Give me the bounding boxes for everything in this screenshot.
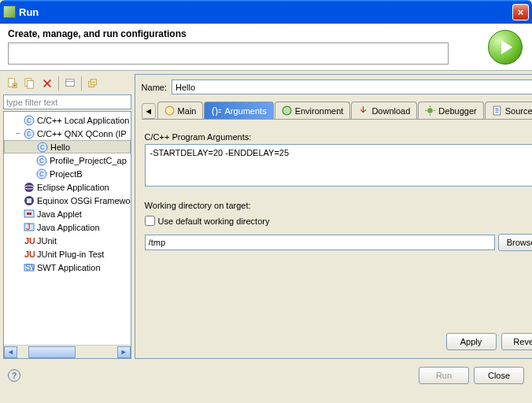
- svg-text:c: c: [40, 142, 45, 151]
- source-tab-icon: [492, 105, 502, 116]
- scroll-left-button[interactable]: ◄: [4, 346, 17, 358]
- browse-button[interactable]: Browse...: [498, 234, 532, 251]
- tab-download[interactable]: Download: [351, 102, 417, 119]
- tab-debugger[interactable]: Debugger: [418, 102, 483, 119]
- tree-item[interactable]: Java Applet: [4, 207, 131, 220]
- tree-item-label: Equinox OSGi Framewo: [37, 196, 131, 205]
- svg-text:c: c: [39, 168, 44, 178]
- svg-text:JU: JU: [24, 236, 35, 246]
- svg-text:c: c: [27, 128, 31, 138]
- arguments-tab-icon: ()=: [211, 105, 221, 116]
- tab-arguments[interactable]: ()=Arguments: [204, 102, 273, 119]
- download-tab-icon: [358, 105, 368, 116]
- config-type-icon: SWT: [23, 261, 35, 273]
- dialog-footer: ? Run Close: [0, 362, 532, 389]
- tree-item[interactable]: −cC/C++ QNX QConn (IP: [4, 127, 131, 140]
- page-title: Create, manage, and run configurations: [8, 28, 449, 39]
- left-pane: cC/C++ Local Application−cC/C++ QNX QCon…: [3, 74, 131, 359]
- duplicate-config-button[interactable]: [22, 76, 38, 91]
- tree-item-label: Eclipse Application: [37, 183, 109, 192]
- new-config-button[interactable]: [5, 76, 20, 91]
- tree-item-label: Java Application: [37, 223, 100, 232]
- svg-text:JU: JU: [24, 250, 35, 259]
- tree-item[interactable]: JUJUnit Plug-in Test: [4, 247, 131, 261]
- working-dir-input[interactable]: [145, 235, 495, 250]
- config-type-icon: c: [35, 168, 47, 179]
- name-input[interactable]: [172, 79, 532, 94]
- use-default-wd-checkbox[interactable]: [145, 216, 155, 226]
- close-button[interactable]: Close: [474, 367, 524, 384]
- run-banner-icon: [488, 30, 523, 65]
- svg-text:c: c: [27, 115, 31, 124]
- tree-item-label: JUnit Plug-in Test: [37, 250, 104, 259]
- window-title: Run: [19, 6, 512, 18]
- main-tab-icon: [164, 105, 175, 116]
- revert-button[interactable]: Revert: [501, 333, 532, 350]
- close-icon[interactable]: ×: [512, 4, 529, 20]
- dialog-header: Create, manage, and run configurations: [0, 24, 532, 71]
- header-message-box: [8, 43, 449, 65]
- tree-twisty[interactable]: −: [13, 129, 23, 138]
- config-type-icon: [23, 208, 35, 220]
- use-default-wd-label: Use default working directory: [158, 216, 270, 226]
- config-editor: Name: ◄ Main ()=Arguments Environment Do…: [135, 74, 532, 359]
- config-type-icon: c: [36, 141, 48, 153]
- config-tree[interactable]: cC/C++ Local Application−cC/C++ QNX QCon…: [3, 111, 131, 359]
- config-type-icon: c: [35, 154, 47, 166]
- tabs-scroll-left[interactable]: ◄: [142, 103, 156, 119]
- tree-item[interactable]: SWTSWT Application: [4, 261, 131, 274]
- arguments-tab-content: C/C++ Program Arguments: -STARTDELAY=20 …: [142, 120, 532, 353]
- filter-input[interactable]: [3, 94, 131, 109]
- run-button[interactable]: Run: [419, 367, 469, 384]
- tree-item-label: Java Applet: [37, 209, 82, 219]
- scroll-right-button[interactable]: ►: [117, 346, 131, 358]
- scroll-thumb[interactable]: [28, 346, 76, 358]
- collapse-all-button[interactable]: [85, 76, 101, 91]
- tree-item[interactable]: Eclipse Application: [4, 180, 131, 194]
- svg-rect-4: [66, 79, 75, 87]
- tab-bar: ◄ Main ()=Arguments Environment Download…: [142, 101, 532, 120]
- tree-item-label: SWT Application: [37, 263, 101, 272]
- program-args-input[interactable]: -STARTDELAY=20 -ENDDELAY=25 ▲ ▼: [145, 144, 532, 187]
- tab-main[interactable]: Main: [157, 102, 204, 119]
- tree-item[interactable]: cProjectB: [4, 167, 131, 180]
- svg-point-32: [428, 108, 434, 113]
- svg-point-17: [24, 183, 34, 192]
- tree-item[interactable]: cProfile_ProjectC_ap: [4, 153, 131, 167]
- tree-item[interactable]: JUJUnit: [4, 234, 131, 247]
- horizontal-scrollbar[interactable]: ◄ ►: [4, 345, 131, 358]
- svg-text:()=: ()=: [212, 105, 222, 116]
- tree-item[interactable]: JJava Application: [4, 220, 131, 234]
- debugger-tab-icon: [425, 105, 435, 116]
- tab-environment[interactable]: Environment: [275, 102, 351, 119]
- tree-item-label: C/C++ QNX QConn (IP: [37, 129, 127, 139]
- svg-rect-22: [27, 213, 31, 215]
- tree-item[interactable]: Equinox OSGi Framewo: [4, 194, 131, 207]
- config-type-icon: J: [23, 221, 35, 233]
- config-type-icon: JU: [23, 248, 35, 260]
- svg-point-31: [283, 106, 291, 115]
- svg-rect-3: [28, 81, 34, 89]
- filter-button[interactable]: [62, 76, 78, 91]
- config-type-icon: c: [23, 128, 35, 139]
- config-type-icon: JU: [23, 235, 35, 246]
- svg-text:c: c: [39, 155, 44, 165]
- tree-item[interactable]: cC/C++ Local Application: [4, 113, 131, 127]
- config-type-icon: c: [23, 114, 35, 126]
- tree-item-label: C/C++ Local Application: [37, 116, 129, 125]
- tree-item-label: ProjectB: [50, 169, 83, 179]
- config-type-icon: [23, 181, 35, 193]
- tree-item[interactable]: cHello: [4, 140, 131, 153]
- app-icon: [3, 6, 16, 18]
- apply-button[interactable]: Apply: [446, 333, 497, 350]
- tree-item-label: Hello: [50, 142, 70, 152]
- svg-rect-20: [27, 198, 31, 203]
- tab-source[interactable]: Source: [485, 102, 532, 119]
- svg-text:SWT: SWT: [25, 262, 35, 272]
- help-icon[interactable]: ?: [8, 369, 20, 382]
- config-toolbar: [3, 74, 131, 93]
- titlebar[interactable]: Run ×: [0, 0, 532, 24]
- delete-config-button[interactable]: [39, 76, 55, 91]
- program-args-label: C/C++ Program Arguments:: [145, 132, 532, 142]
- config-type-icon: [23, 194, 35, 206]
